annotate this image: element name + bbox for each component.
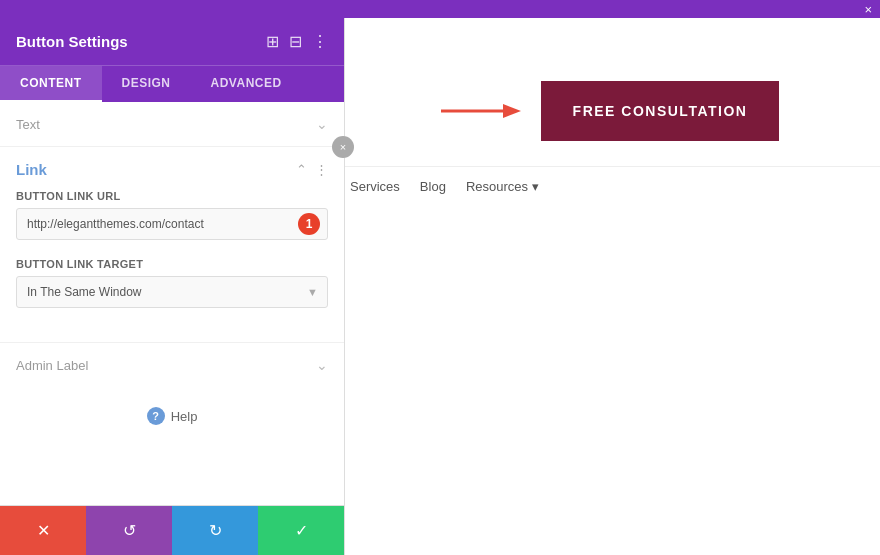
panel-body: Text ⌄ Link ⌃ ⋮ Button Link URL 1 Button… — [0, 102, 344, 505]
target-field-label: Button Link Target — [16, 258, 328, 270]
badge-number: 1 — [298, 213, 320, 235]
text-section-header[interactable]: Text ⌄ — [0, 102, 344, 147]
url-input-wrap: 1 — [16, 208, 328, 240]
tab-advanced[interactable]: Advanced — [191, 66, 302, 102]
header-area: FREE CONSULTATION — [340, 36, 880, 186]
redo-button[interactable]: ↻ — [172, 506, 258, 555]
consultation-button[interactable]: FREE CONSULTATION — [541, 81, 780, 141]
more-icon[interactable]: ⋮ — [312, 32, 328, 51]
admin-label-section-label: Admin Label — [16, 358, 88, 373]
admin-label-chevron-icon: ⌄ — [316, 357, 328, 373]
tab-bar: Content Design Advanced — [0, 65, 344, 102]
nav-item-blog[interactable]: Blog — [420, 179, 446, 194]
panel-header-icons: ⊞ ⊟ ⋮ — [266, 32, 328, 51]
panel-title: Button Settings — [16, 33, 128, 50]
text-section-chevron-icon: ⌄ — [316, 116, 328, 132]
text-section-label: Text — [16, 117, 40, 132]
tab-content[interactable]: Content — [0, 66, 102, 102]
arrow-indicator — [441, 99, 521, 123]
window-close-button[interactable]: × — [864, 2, 872, 17]
top-bar: × — [0, 0, 880, 18]
url-field-label: Button Link URL — [16, 190, 328, 202]
link-section-header: Link ⌃ ⋮ — [16, 147, 328, 190]
admin-label-section-header[interactable]: Admin Label ⌄ — [0, 342, 344, 387]
cancel-button[interactable]: ✕ — [0, 506, 86, 555]
panel-close-button[interactable]: × — [332, 136, 354, 158]
tab-design[interactable]: Design — [102, 66, 191, 102]
help-text: Help — [171, 409, 198, 424]
save-button[interactable]: ✓ — [258, 506, 344, 555]
link-collapse-icon[interactable]: ⌃ — [296, 162, 307, 177]
grid-icon[interactable]: ⊟ — [289, 32, 302, 51]
undo-button[interactable]: ↺ — [86, 506, 172, 555]
link-section-title: Link — [16, 161, 47, 178]
url-input[interactable] — [16, 208, 328, 240]
nav-item-services[interactable]: Services — [350, 179, 400, 194]
target-select[interactable]: In The Same Window In A New Tab — [16, 276, 328, 308]
panel-footer: ✕ ↺ ↻ ✓ — [0, 505, 344, 555]
link-more-icon[interactable]: ⋮ — [315, 162, 328, 177]
help-row[interactable]: ? Help — [0, 387, 344, 445]
settings-panel: Button Settings ⊞ ⊟ ⋮ Content Design Adv… — [0, 18, 345, 555]
nav-item-resources[interactable]: Resources ▾ — [466, 179, 539, 194]
target-select-wrap: In The Same Window In A New Tab ▼ — [16, 276, 328, 308]
help-icon: ? — [147, 407, 165, 425]
expand-icon[interactable]: ⊞ — [266, 32, 279, 51]
nav-area: Services Blog Resources ▾ — [340, 166, 880, 206]
link-section-icons: ⌃ ⋮ — [296, 162, 328, 177]
link-section: Link ⌃ ⋮ Button Link URL 1 Button Link T… — [0, 147, 344, 342]
svg-marker-1 — [503, 104, 521, 118]
panel-header: Button Settings ⊞ ⊟ ⋮ — [0, 18, 344, 65]
